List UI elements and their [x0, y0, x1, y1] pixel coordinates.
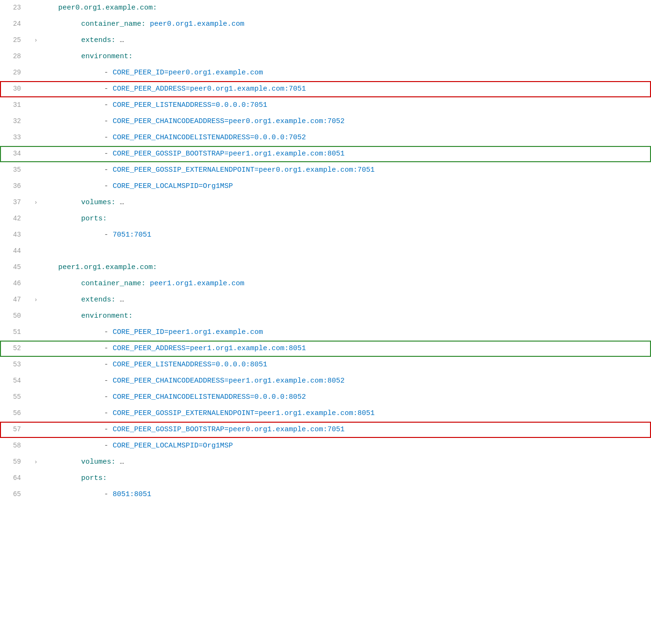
line-gutter: › — [29, 292, 43, 308]
line-number: 58 — [0, 438, 29, 454]
code-token: - — [104, 132, 113, 143]
code-token: 7051:7051 — [113, 229, 151, 240]
line-content: - CORE_PEER_ADDRESS=peer0.org1.example.c… — [43, 81, 651, 97]
line-number: 34 — [0, 146, 29, 162]
line-number: 42 — [0, 211, 29, 227]
code-token: - — [104, 116, 113, 127]
line-gutter — [29, 81, 43, 97]
code-token: - — [104, 165, 113, 176]
code-token: 8051:8051 — [113, 489, 151, 500]
code-token: - — [104, 100, 113, 111]
code-token: CORE_PEER_CHAINCODELISTENADDRESS=0.0.0.0… — [113, 132, 306, 143]
line-content: - CORE_PEER_CHAINCODELISTENADDRESS=0.0.0… — [43, 389, 651, 405]
table-row: 57- CORE_PEER_GOSSIP_BOOTSTRAP=peer0.org… — [0, 422, 651, 438]
code-token: - — [104, 440, 113, 451]
line-number: 23 — [0, 0, 29, 16]
code-token: - — [104, 359, 113, 370]
line-number: 37 — [0, 195, 29, 211]
table-row: 29- CORE_PEER_ID=peer0.org1.example.com — [0, 65, 651, 81]
code-token: CORE_PEER_GOSSIP_BOOTSTRAP=peer1.org1.ex… — [113, 148, 345, 159]
line-gutter — [29, 162, 43, 178]
line-content: - CORE_PEER_LOCALMSPID=Org1MSP — [43, 178, 651, 195]
table-row: 58- CORE_PEER_LOCALMSPID=Org1MSP — [0, 438, 651, 454]
table-row: 51- CORE_PEER_ID=peer1.org1.example.com — [0, 324, 651, 341]
table-row: 47›extends: … — [0, 292, 651, 308]
table-row: 37›volumes: … — [0, 195, 651, 211]
line-content: peer0.org1.example.com: — [43, 0, 651, 16]
table-row: 34- CORE_PEER_GOSSIP_BOOTSTRAP=peer1.org… — [0, 146, 651, 162]
expand-icon[interactable]: › — [34, 296, 37, 305]
line-number: 59 — [0, 454, 29, 470]
code-token: CORE_PEER_LOCALMSPID=Org1MSP — [113, 440, 233, 451]
code-token: - — [104, 67, 113, 78]
line-gutter — [29, 0, 43, 16]
line-content: - CORE_PEER_GOSSIP_BOOTSTRAP=peer0.org1.… — [43, 422, 651, 438]
line-number: 51 — [0, 324, 29, 341]
code-token: - — [104, 327, 113, 338]
code-token: peer0.org1.example.com — [150, 19, 244, 30]
line-number: 31 — [0, 97, 29, 114]
code-token: container_name: — [81, 278, 150, 289]
table-row: 30- CORE_PEER_ADDRESS=peer0.org1.example… — [0, 81, 651, 97]
line-gutter — [29, 470, 43, 487]
expand-icon[interactable]: › — [34, 458, 37, 467]
table-row: 23peer0.org1.example.com: — [0, 0, 651, 16]
table-row: 33- CORE_PEER_CHAINCODELISTENADDRESS=0.0… — [0, 130, 651, 146]
table-row: 56- CORE_PEER_GOSSIP_EXTERNALENDPOINT=pe… — [0, 405, 651, 422]
line-content: - CORE_PEER_LOCALMSPID=Org1MSP — [43, 438, 651, 454]
code-token: CORE_PEER_CHAINCODELISTENADDRESS=0.0.0.0… — [113, 392, 306, 403]
line-number: 47 — [0, 292, 29, 308]
line-content: - 8051:8051 — [43, 487, 651, 503]
line-content: extends: … — [43, 292, 651, 308]
line-gutter — [29, 227, 43, 243]
code-token: CORE_PEER_ID=peer0.org1.example.com — [113, 67, 263, 78]
line-content: container_name: peer0.org1.example.com — [43, 16, 651, 32]
code-token: extends: — [81, 35, 120, 46]
code-token: - — [104, 408, 113, 419]
code-token: - — [104, 424, 113, 435]
code-token: - — [104, 392, 113, 403]
line-content: volumes: … — [43, 454, 651, 470]
table-row: 44 — [0, 243, 651, 260]
line-content: ports: — [43, 211, 651, 227]
line-gutter — [29, 422, 43, 438]
code-token: CORE_PEER_GOSSIP_EXTERNALENDPOINT=peer0.… — [113, 165, 375, 176]
table-row: 25›extends: … — [0, 32, 651, 49]
table-row: 43- 7051:7051 — [0, 227, 651, 243]
code-token: CORE_PEER_ID=peer1.org1.example.com — [113, 327, 263, 338]
line-number: 25 — [0, 32, 29, 49]
code-token: volumes: — [81, 457, 120, 467]
line-content: - CORE_PEER_CHAINCODELISTENADDRESS=0.0.0… — [43, 130, 651, 146]
line-gutter — [29, 389, 43, 405]
line-gutter — [29, 97, 43, 114]
line-gutter: › — [29, 454, 43, 470]
line-gutter — [29, 114, 43, 130]
table-row: 54- CORE_PEER_CHAINCODEADDRESS=peer1.org… — [0, 373, 651, 389]
code-token: container_name: — [81, 19, 150, 30]
line-gutter — [29, 130, 43, 146]
line-gutter — [29, 341, 43, 357]
code-token: volumes: — [81, 197, 120, 208]
line-number: 56 — [0, 405, 29, 422]
line-gutter — [29, 211, 43, 227]
code-token: … — [120, 197, 124, 208]
line-content: environment: — [43, 49, 651, 65]
line-content: - CORE_PEER_LISTENADDRESS=0.0.0.0:8051 — [43, 357, 651, 373]
line-gutter — [29, 357, 43, 373]
line-gutter — [29, 243, 43, 260]
line-gutter — [29, 324, 43, 341]
line-number: 24 — [0, 16, 29, 32]
table-row: 55- CORE_PEER_CHAINCODELISTENADDRESS=0.0… — [0, 389, 651, 405]
line-gutter — [29, 65, 43, 81]
line-number: 28 — [0, 49, 29, 65]
expand-icon[interactable]: › — [34, 198, 37, 208]
line-number: 53 — [0, 357, 29, 373]
line-number: 55 — [0, 389, 29, 405]
expand-icon[interactable]: › — [34, 36, 37, 45]
code-token: CORE_PEER_GOSSIP_BOOTSTRAP=peer0.org1.ex… — [113, 424, 345, 435]
line-gutter: › — [29, 195, 43, 211]
line-number: 46 — [0, 276, 29, 292]
table-row: 45peer1.org1.example.com: — [0, 260, 651, 276]
code-token: - — [104, 343, 113, 354]
table-row: 64ports: — [0, 470, 651, 487]
